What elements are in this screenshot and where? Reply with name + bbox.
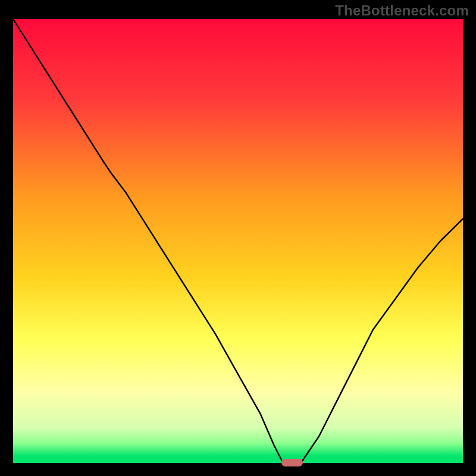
gradient-background xyxy=(13,19,463,463)
chart-svg xyxy=(13,19,463,463)
chart-frame: TheBottleneck.com xyxy=(0,0,476,476)
plot-area xyxy=(13,19,463,463)
target-marker xyxy=(281,459,303,466)
watermark-text: TheBottleneck.com xyxy=(335,2,469,19)
